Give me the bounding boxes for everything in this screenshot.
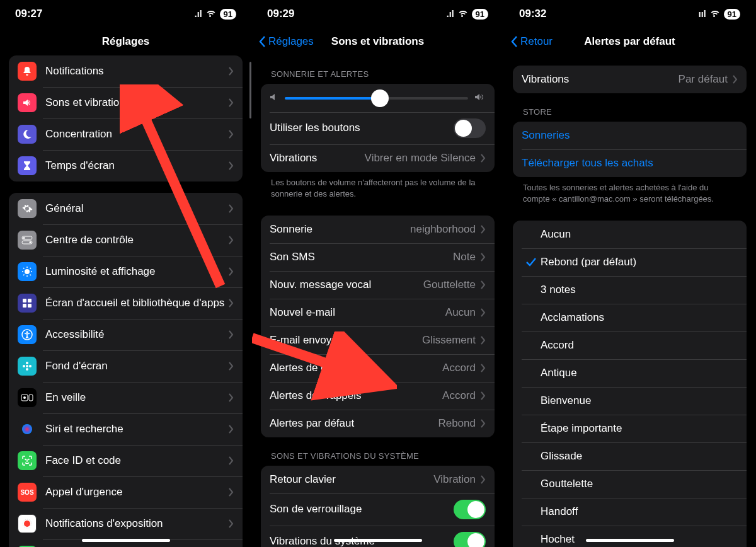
row-label: Handoff [541,505,738,518]
sound-row[interactable]: Nouv. message vocalGouttelette [261,271,495,299]
row-system-vibrations[interactable]: Vibrations du système [261,526,495,547]
tone-row[interactable]: Étape importante [513,415,747,442]
section-footer: Toutes les sonneries et alertes achetées… [513,177,747,209]
checkmark-icon [522,258,541,267]
volume-slider[interactable] [285,97,468,100]
row-label: Vibrations [270,152,365,164]
row-keyboard[interactable]: Retour clavier Vibration [261,466,495,493]
row-sounds[interactable]: Sons et vibrations [9,87,243,118]
settings-content[interactable]: Notifications Sons et vibrations Concent… [0,55,251,547]
chevron-right-icon [229,425,234,434]
status-bar: 09:32 ııl 91 [504,0,755,28]
svg-line-9 [23,268,25,269]
row-value: Glissement [422,334,476,347]
settings-row[interactable]: Face ID et code [9,445,243,476]
sound-row[interactable]: E-mail envoyéGlissement [261,326,495,354]
tone-row[interactable]: Hochet [513,526,747,547]
sound-row[interactable]: Sonnerieneighborhood [261,216,495,243]
status-time: 09:27 [15,8,42,20]
row-label: Nouv. message vocal [270,279,423,291]
back-button[interactable]: Retour [510,35,553,48]
brightness-icon [18,262,37,281]
sound-row[interactable]: Nouvel e-mailAucun [261,299,495,326]
settings-group-1: Notifications Sons et vibrations Concent… [9,55,243,181]
toggle-system-vibrations[interactable] [454,532,486,547]
chevron-right-icon [481,364,486,372]
row-screentime[interactable]: Temps d'écran [9,150,243,181]
sounds-content[interactable]: SONNERIE ET ALERTES Utiliser les boutons [252,55,503,547]
wifi-icon [458,9,468,19]
tone-row[interactable]: Aucun [513,221,747,248]
tone-row[interactable]: Rebond (par défaut) [513,248,747,276]
row-value: Vibrer en mode Silence [365,152,476,164]
settings-row[interactable]: Centre de contrôle [9,224,243,256]
row-value: Accord [442,362,476,374]
alerts-content[interactable]: Vibrations Par défaut STORE Sonneries Té… [504,55,755,547]
settings-row[interactable]: Fond d'écran [9,350,243,382]
settings-row[interactable]: Accessibilité [9,319,243,350]
status-bar: 09:27 .ıl 91 [0,0,251,28]
nav-bar: Réglages [0,28,251,55]
system-sounds-group: Retour clavier Vibration Son de verrouil… [261,466,495,547]
settings-row[interactable]: Général [9,193,243,224]
home-indicator[interactable] [586,539,674,542]
ringer-group: Utiliser les boutons Vibrations Vibrer e… [261,84,495,172]
settings-row[interactable]: Écran d'accueil et bibliothèque d'apps [9,287,243,319]
sound-row[interactable]: Son SMSNote [261,243,495,271]
row-ringtone-store[interactable]: Sonneries [513,122,747,149]
sound-row[interactable]: Alertes par défautRebond [261,410,495,437]
row-focus[interactable]: Concentration [9,118,243,150]
tone-row[interactable]: Acclamations [513,304,747,331]
row-value: Par défaut [679,73,728,86]
nav-bar: Réglages Sons et vibrations [252,28,503,55]
sound-row[interactable]: Alertes de calendrierAccord [261,354,495,382]
row-label: Appel d'urgence [45,486,229,498]
chevron-right-icon [229,299,234,308]
chevron-right-icon [229,362,234,371]
settings-row[interactable]: En veille [9,382,243,413]
row-download-all[interactable]: Télécharger tous les achats [513,149,747,177]
chevron-right-icon [481,280,486,289]
chevron-right-icon [229,456,234,465]
slider-thumb[interactable] [371,89,389,107]
svg-point-26 [23,396,26,399]
row-label: Aucun [541,228,738,241]
row-vibrations[interactable]: Vibrations Par défaut [513,66,747,93]
chevron-right-icon [229,67,234,76]
tone-row[interactable]: 3 notes [513,276,747,304]
row-lock-sound[interactable]: Son de verrouillage [261,493,495,526]
tone-row[interactable]: Glissade [513,442,747,470]
battery-indicator: 91 [472,9,488,20]
back-button[interactable]: Réglages [258,35,314,48]
row-value: Gouttelette [423,279,476,291]
settings-row[interactable]: Siri et recherche [9,413,243,445]
row-label: Glissade [541,450,738,463]
svg-point-30 [24,521,30,527]
row-label: Gouttelette [541,478,738,490]
settings-row[interactable]: Luminosité et affichage [9,256,243,287]
tone-row[interactable]: Accord [513,331,747,359]
row-use-buttons[interactable]: Utiliser les boutons [261,112,495,144]
row-label: Écran d'accueil et bibliothèque d'apps [45,297,229,309]
home-indicator[interactable] [334,539,422,542]
settings-row[interactable]: SOSAppel d'urgence [9,476,243,508]
sound-row[interactable]: Alertes des rappelsAccord [261,382,495,410]
settings-row[interactable]: Notifications d'exposition [9,508,243,539]
row-value: Aucun [445,306,476,319]
toggle-use-buttons[interactable] [454,118,486,138]
scroll-indicator[interactable] [249,62,251,118]
store-group: Sonneries Télécharger tous les achats [513,122,747,177]
row-notifications[interactable]: Notifications [9,55,243,87]
tone-row[interactable]: Bienvenue [513,387,747,415]
svg-point-3 [30,241,32,243]
row-value: Rebond [438,417,476,430]
tone-row[interactable]: Gouttelette [513,470,747,498]
tone-row[interactable]: Handoff [513,498,747,526]
tone-row[interactable]: Antique [513,359,747,387]
row-vibrations[interactable]: Vibrations Vibrer en mode Silence [261,144,495,172]
svg-rect-14 [28,299,32,302]
home-indicator[interactable] [82,539,170,542]
toggle-lock-sound[interactable] [454,500,486,519]
row-label: Nouvel e-mail [270,306,445,319]
svg-line-10 [30,275,32,276]
